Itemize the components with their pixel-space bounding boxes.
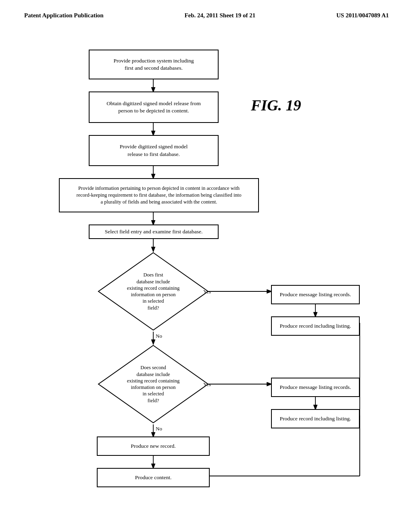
box-new-record: Produce new record. [97, 436, 210, 456]
flowchart-diagram: FIG. 19 [53, 44, 400, 528]
yes-label-1: Yes [203, 289, 211, 295]
box-rec1: Produce record including listing. [271, 316, 360, 336]
box-rec2: Produce record including listing. [271, 409, 360, 428]
box-provide-info: Provide information pertaining to person… [59, 178, 259, 212]
box-select-field: Select field entry and examine first dat… [89, 224, 219, 239]
box-msg1: Produce message listing records. [271, 285, 360, 304]
diamond-second-db: Does second database include existing re… [97, 344, 210, 424]
box-provide-production: Provide production system including firs… [89, 50, 219, 79]
yes-label-2: Yes [203, 381, 211, 388]
no-label-1: No [156, 333, 162, 339]
patent-number: US 2011/0047089 A1 [336, 11, 389, 20]
date-sheet-info: Feb. 24, 2011 Sheet 19 of 21 [184, 11, 255, 20]
page-header: Patent Application Publication Feb. 24, … [0, 0, 413, 20]
diamond-first-db-text: Does first database include existing rec… [113, 263, 194, 320]
box-produce-content: Produce content. [97, 468, 210, 487]
diamond-second-db-text: Does second database include existing re… [113, 356, 194, 412]
figure-label: FIG. 19 [251, 96, 301, 114]
publication-title: Patent Application Publication [24, 11, 104, 20]
diamond-first-db: Does first database include existing rec… [97, 251, 210, 332]
box-msg2: Produce message listing records. [271, 378, 360, 397]
box-obtain-digitized: Obtain digitized signed model release fr… [89, 91, 219, 123]
no-label-2: No [156, 426, 162, 432]
box-provide-digitized: Provide digitized signed model release t… [89, 135, 219, 166]
